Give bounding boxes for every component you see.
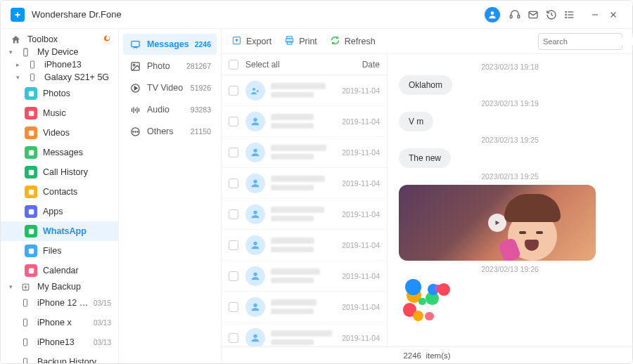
svg-rect-33 xyxy=(131,41,139,46)
category-others[interactable]: Others21150 xyxy=(123,121,217,142)
sidebar-item-files[interactable]: Files xyxy=(1,241,118,261)
row-checkbox[interactable] xyxy=(229,302,238,312)
sidebar-backup-backup-history[interactable]: Backup History xyxy=(1,352,118,363)
sidebar-item-call-history[interactable]: Call History xyxy=(1,162,118,182)
row-checkbox[interactable] xyxy=(229,240,238,250)
sidebar-backup-iphone13[interactable]: iPhone1303/13 xyxy=(1,332,118,352)
user-account-icon[interactable] xyxy=(485,7,500,22)
list-header: Select all Date xyxy=(222,54,387,75)
chat-pane[interactable]: 2023/02/13 19:18Oklahom2023/02/13 19:19V… xyxy=(388,54,632,346)
row-checkbox[interactable] xyxy=(229,148,238,157)
sidebar-section-mydevice[interactable]: ▾ My Device xyxy=(1,46,118,58)
category-photo[interactable]: Photo281267 xyxy=(123,56,217,77)
search-input[interactable] xyxy=(543,37,633,46)
footer-count: 2246 xyxy=(403,351,421,360)
conversation-row[interactable]: 2019-11-04 xyxy=(222,323,387,346)
date-column-label: Date xyxy=(338,60,380,70)
sidebar-item-toolbox[interactable]: Toolbox xyxy=(1,33,118,46)
svg-rect-24 xyxy=(28,228,33,233)
svg-point-0 xyxy=(491,11,494,15)
svg-rect-29 xyxy=(24,319,27,326)
menu-list-icon[interactable] xyxy=(561,6,579,24)
sidebar-device-galaxy[interactable]: ▾ Galaxy S21+ 5G xyxy=(1,71,118,84)
category-count: 2246 xyxy=(195,40,211,48)
contact-name-redacted xyxy=(271,330,342,345)
close-button[interactable] xyxy=(604,6,622,24)
photos-icon xyxy=(25,87,37,100)
app-window: + Wondershare Dr.Fone xyxy=(0,0,633,364)
sidebar-item-music[interactable]: Music xyxy=(1,103,118,123)
sidebar-item-label: Call History xyxy=(43,167,111,177)
category-messages[interactable]: Messages2246 xyxy=(123,34,217,55)
category-label: Photo xyxy=(147,61,186,71)
backup-icon xyxy=(19,280,32,293)
svg-rect-19 xyxy=(28,130,33,135)
contact-avatar-icon xyxy=(245,112,265,131)
export-button[interactable]: Export xyxy=(231,35,271,48)
sidebar-device-iphone13[interactable]: ▸ iPhone13 xyxy=(1,58,118,71)
conversation-row[interactable]: 2019-11-04 xyxy=(222,292,387,323)
svg-point-62 xyxy=(253,334,257,337)
message-bubble[interactable]: Oklahom xyxy=(399,75,452,95)
print-button[interactable]: Print xyxy=(284,35,317,48)
sidebar-backup-iphone-x[interactable]: iPhone x03/13 xyxy=(1,313,118,332)
minimize-button[interactable] xyxy=(586,6,604,24)
contact-name-redacted xyxy=(271,207,342,221)
backup-date-badge: 03/15 xyxy=(94,299,111,307)
conversation-row[interactable]: 2019-11-04 xyxy=(222,261,387,292)
svg-rect-25 xyxy=(28,248,33,253)
svg-point-54 xyxy=(257,90,259,92)
conversation-row[interactable]: 2019-11-04 xyxy=(222,137,387,168)
row-checkbox[interactable] xyxy=(229,209,238,219)
svg-rect-22 xyxy=(28,189,33,194)
conversation-row[interactable]: 2019-11-04 xyxy=(222,199,387,230)
mail-icon[interactable] xyxy=(524,6,542,24)
messages-icon xyxy=(129,39,141,50)
contact-avatar-icon xyxy=(245,204,265,224)
sidebar-label: My Backup xyxy=(37,282,111,292)
sidebar-item-label: Backup History xyxy=(37,357,111,363)
row-checkbox[interactable] xyxy=(229,117,238,126)
sidebar-backup-iphone-12-mini[interactable]: iPhone 12 mini03/15 xyxy=(1,293,118,313)
conversation-row[interactable]: 2019-11-04 xyxy=(222,75,387,106)
sidebar-item-calendar[interactable]: Calendar xyxy=(1,261,118,280)
sidebar-item-apps[interactable]: Apps xyxy=(1,202,118,221)
svg-rect-21 xyxy=(28,169,33,174)
message-bubble[interactable]: V m xyxy=(399,112,433,131)
contact-avatar-icon xyxy=(245,328,265,347)
conversation-row[interactable]: 2019-11-04 xyxy=(222,230,387,261)
message-sticker[interactable] xyxy=(399,278,455,327)
history-icon[interactable] xyxy=(542,6,561,24)
row-checkbox[interactable] xyxy=(229,178,238,188)
row-checkbox[interactable] xyxy=(229,86,238,96)
row-checkbox[interactable] xyxy=(229,271,238,281)
sidebar-section-mybackup[interactable]: ▾ My Backup xyxy=(1,280,118,293)
message-bubble[interactable]: The new xyxy=(399,148,451,168)
headset-support-icon[interactable] xyxy=(506,6,524,24)
refresh-button[interactable]: Refresh xyxy=(330,35,376,48)
sidebar-item-messages[interactable]: Messages xyxy=(1,143,118,162)
videos-icon xyxy=(25,126,37,139)
search-field[interactable] xyxy=(538,33,622,50)
row-checkbox[interactable] xyxy=(229,333,238,343)
sidebar-item-photos[interactable]: Photos xyxy=(1,84,118,103)
category-tv-video[interactable]: TV Video51926 xyxy=(123,77,217,98)
svg-point-6 xyxy=(565,14,566,15)
row-date: 2019-11-04 xyxy=(342,303,380,311)
sidebar-item-whatsapp[interactable]: WhatsApp xyxy=(1,221,118,241)
chevron-down-icon: ▾ xyxy=(9,48,16,56)
category-audio[interactable]: Audio93283 xyxy=(123,99,217,120)
backup-date-badge: 03/13 xyxy=(94,339,111,346)
sidebar-item-contacts[interactable]: Contacts xyxy=(1,182,118,202)
select-all-checkbox[interactable] xyxy=(229,60,238,70)
backup-date-badge: 03/13 xyxy=(94,319,111,327)
chevron-right-icon: ▸ xyxy=(16,61,23,68)
device-icon xyxy=(19,356,32,363)
sidebar-item-videos[interactable]: Videos xyxy=(1,123,118,143)
conversation-row[interactable]: 2019-11-04 xyxy=(222,168,387,199)
message-video[interactable] xyxy=(399,185,596,261)
footer-unit: item(s) xyxy=(426,351,450,360)
list-scroll[interactable]: 2019-11-042019-11-042019-11-042019-11-04… xyxy=(222,75,387,346)
conversation-row[interactable]: 2019-11-04 xyxy=(222,106,387,137)
svg-marker-63 xyxy=(496,221,500,226)
